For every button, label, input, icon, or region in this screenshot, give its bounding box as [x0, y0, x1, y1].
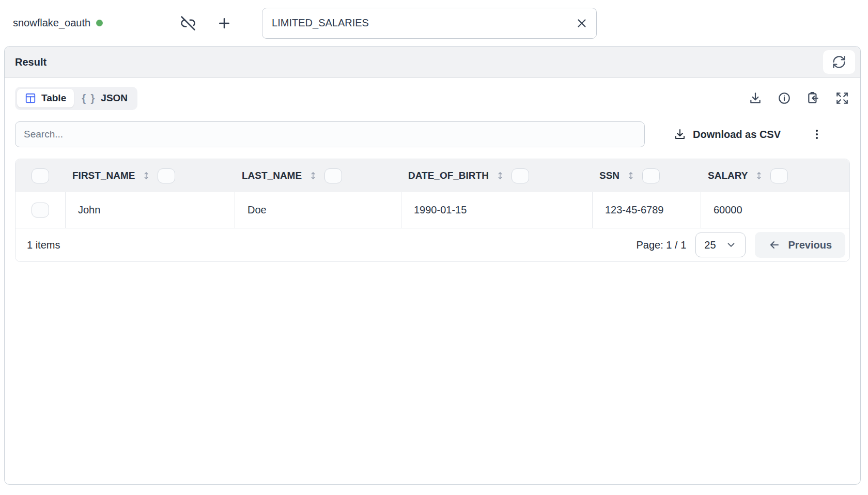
- page-size-select[interactable]: 25: [695, 233, 745, 257]
- result-panel-header: Result: [5, 47, 860, 78]
- result-info-button[interactable]: [778, 91, 791, 105]
- column-checkbox[interactable]: [158, 168, 175, 183]
- fullscreen-button[interactable]: [835, 91, 849, 105]
- page-size-value: 25: [704, 239, 716, 251]
- download-csv-label: Download as CSV: [693, 129, 781, 141]
- expand-icon: [835, 91, 849, 105]
- items-count: 1 items: [27, 239, 60, 251]
- table-tab-label: Table: [41, 92, 66, 104]
- sort-icon[interactable]: [308, 170, 318, 181]
- connection-status-dot: [96, 20, 103, 26]
- refresh-icon: [832, 55, 846, 69]
- info-icon: [778, 91, 791, 105]
- cell-last-name: Doe: [235, 192, 401, 228]
- view-toggle: Table { } JSON: [15, 87, 137, 110]
- previous-label: Previous: [788, 239, 832, 251]
- page-indicator: Page: 1 / 1: [637, 239, 687, 251]
- connection-tab[interactable]: snowflake_oauth: [13, 17, 103, 29]
- column-checkbox[interactable]: [512, 168, 529, 183]
- download-csv-button[interactable]: Download as CSV: [671, 128, 784, 141]
- search-input[interactable]: [15, 121, 645, 147]
- download-icon: [674, 128, 686, 141]
- add-tab-button[interactable]: [216, 16, 232, 31]
- copy-result-button[interactable]: [807, 91, 820, 105]
- braces-icon: { }: [82, 92, 96, 104]
- table-footer: 1 items Page: 1 / 1 25 Previous: [16, 228, 849, 261]
- tab-table-view[interactable]: Table: [17, 89, 74, 107]
- column-checkbox[interactable]: [642, 168, 660, 183]
- connection-name: snowflake_oauth: [13, 17, 90, 29]
- cell-salary: 60000: [701, 192, 849, 228]
- previous-page-button[interactable]: Previous: [755, 232, 845, 258]
- table-row[interactable]: John Doe 1990-01-15 123-45-6789 60000: [16, 192, 849, 228]
- cell-date-of-birth: 1990-01-15: [401, 192, 592, 228]
- select-all-checkbox[interactable]: [32, 168, 49, 183]
- column-label: SALARY: [708, 170, 748, 181]
- sort-icon[interactable]: [495, 170, 505, 181]
- clear-query-button[interactable]: [575, 17, 588, 30]
- page-title: Result: [15, 56, 47, 68]
- tab-json-view[interactable]: { } JSON: [74, 89, 135, 108]
- column-checkbox[interactable]: [770, 168, 788, 183]
- chevron-down-icon: [725, 239, 737, 251]
- sort-icon[interactable]: [754, 170, 764, 181]
- column-header[interactable]: SALARY: [701, 159, 849, 192]
- column-label: DATE_OF_BIRTH: [408, 170, 489, 181]
- column-label: LAST_NAME: [242, 170, 302, 181]
- kebab-menu-icon: [811, 128, 823, 141]
- json-tab-label: JSON: [101, 92, 128, 104]
- sort-icon[interactable]: [142, 170, 151, 181]
- table-header-row: FIRST_NAME LAST_NAME DATE_OF_BIRTH SSN: [16, 159, 849, 192]
- table-options-button[interactable]: [811, 128, 823, 141]
- column-label: FIRST_NAME: [72, 170, 135, 181]
- unlink-button[interactable]: [180, 16, 196, 31]
- cell-first-name: John: [65, 192, 235, 228]
- table-view-icon: [25, 92, 36, 104]
- refresh-button[interactable]: [823, 50, 855, 74]
- close-icon: [575, 17, 588, 30]
- column-header[interactable]: DATE_OF_BIRTH: [401, 159, 592, 192]
- column-checkbox[interactable]: [324, 168, 342, 183]
- row-checkbox[interactable]: [32, 203, 49, 218]
- results-table: FIRST_NAME LAST_NAME DATE_OF_BIRTH SSN: [15, 159, 850, 262]
- plus-icon: [216, 16, 232, 31]
- cell-ssn: 123-45-6789: [592, 192, 701, 228]
- download-icon: [749, 91, 762, 105]
- arrow-left-icon: [768, 239, 781, 251]
- clipboard-paste-icon: [807, 91, 820, 105]
- column-header[interactable]: LAST_NAME: [235, 159, 401, 192]
- column-label: SSN: [599, 170, 619, 181]
- unlink-icon: [180, 16, 196, 31]
- top-bar: snowflake_oauth: [0, 0, 868, 46]
- query-input[interactable]: [262, 8, 597, 39]
- column-header[interactable]: SSN: [592, 159, 701, 192]
- sort-icon[interactable]: [626, 170, 636, 181]
- column-header[interactable]: FIRST_NAME: [65, 159, 235, 192]
- download-result-button[interactable]: [749, 91, 762, 105]
- result-panel: Result Table { } JSON: [4, 46, 861, 485]
